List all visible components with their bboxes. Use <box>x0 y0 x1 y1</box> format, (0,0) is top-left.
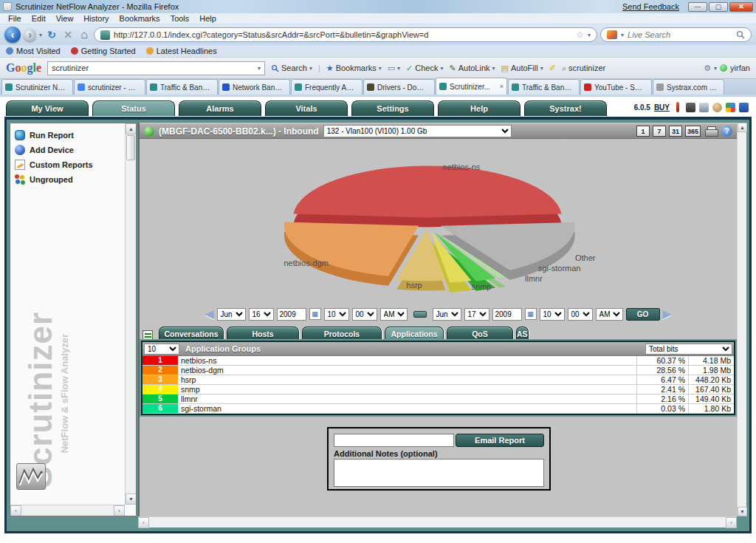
sidebar-item-add-device[interactable]: Add Device <box>10 143 136 157</box>
to-calendar-icon[interactable]: ▦ <box>525 308 537 320</box>
to-month-select[interactable]: Jun <box>433 308 461 321</box>
from-ampm-select[interactable]: AM <box>380 308 408 321</box>
menu-item[interactable]: Tools <box>165 14 195 23</box>
sidebar-vertical-scrollbar[interactable]: ▲ ▼ <box>125 123 136 505</box>
to-ampm-select[interactable]: AM <box>596 308 623 321</box>
range-button[interactable]: 365 <box>685 126 701 137</box>
to-year-input[interactable] <box>492 308 522 321</box>
menu-item[interactable]: Bookmarks <box>114 14 165 23</box>
buy-link[interactable]: BUY <box>654 103 670 112</box>
scroll-right-icon[interactable]: › <box>114 505 125 516</box>
table-row[interactable]: 1 netbios-ns 60.37 % 4.18 Mb <box>142 356 734 366</box>
forward-button[interactable]: › <box>24 29 36 41</box>
browser-tab[interactable]: Drivers - Downl... <box>363 79 435 95</box>
google-apps-icon[interactable] <box>726 103 735 112</box>
browser-tab[interactable]: Traffic & Band... <box>146 79 218 95</box>
app-tab[interactable]: Status <box>92 100 175 116</box>
app-group-name[interactable]: hsrp <box>178 375 636 384</box>
range-button[interactable]: 31 <box>669 126 682 137</box>
help-icon[interactable]: ? <box>721 126 732 137</box>
minimize-button[interactable]: — <box>688 2 707 12</box>
google-popup-blocker-button[interactable]: ▭▾ <box>388 64 400 73</box>
scroll-up-icon[interactable]: ▲ <box>738 123 747 132</box>
close-button[interactable]: ✕ <box>729 2 753 12</box>
bookmark-item[interactable]: Most Visited <box>6 47 61 55</box>
bookmark-item[interactable]: Latest Headlines <box>146 47 217 55</box>
metric-select[interactable]: Total bits <box>645 344 732 355</box>
notes-textarea[interactable] <box>334 459 544 487</box>
app-group-name[interactable]: llmnr <box>178 395 636 403</box>
to-hour-select[interactable]: 10 <box>540 308 565 321</box>
app-group-name[interactable]: netbios-dgm <box>178 366 636 375</box>
scroll-right-icon[interactable]: › <box>726 517 737 528</box>
range-button[interactable]: 1 <box>636 126 650 137</box>
report-subtab[interactable]: AS <box>516 327 529 341</box>
binoculars-icon[interactable] <box>686 103 695 112</box>
refresh-button[interactable]: ↻ <box>45 29 58 41</box>
menu-item[interactable]: Edit <box>27 14 51 23</box>
menu-item[interactable]: File <box>3 14 27 23</box>
back-button[interactable]: ‹ <box>4 27 21 43</box>
google-spellcheck-button[interactable]: ✓Check▾ <box>406 64 443 73</box>
browser-tab[interactable]: Systrax.com - T... <box>653 79 724 95</box>
stop-button[interactable]: ✕ <box>61 29 75 41</box>
app-tab[interactable]: Help <box>438 100 520 116</box>
browser-tab[interactable]: Frequently Aske... <box>291 79 362 95</box>
print-icon[interactable] <box>705 126 717 136</box>
scroll-left-icon[interactable]: ‹ <box>138 517 149 528</box>
from-day-select[interactable]: 16 <box>249 308 274 321</box>
scroll-left-icon[interactable]: ‹ <box>10 505 21 516</box>
app-tab[interactable]: Settings <box>351 100 434 116</box>
browser-tab[interactable]: Traffic & Band... <box>508 79 580 95</box>
tab-close-icon[interactable]: × <box>500 83 504 90</box>
page-size-select[interactable]: 10 <box>144 344 179 355</box>
google-query-dropdown-icon[interactable]: ▾ <box>258 65 261 72</box>
table-row[interactable]: 6 sgi-storman 0.03 % 1.80 Kb <box>142 404 734 414</box>
url-input[interactable] <box>114 30 572 39</box>
google-search-button[interactable]: Search▾ <box>271 64 312 72</box>
main-vertical-scrollbar[interactable]: ▲ ▼ <box>737 123 746 516</box>
google-custom-button[interactable]: ⌕scrutinizer <box>562 64 605 73</box>
app-tab[interactable]: My View <box>6 100 89 116</box>
table-row[interactable]: 3 hsrp 6.47 % 448.20 Kb <box>142 375 734 385</box>
app-group-name[interactable]: netbios-ns <box>178 356 636 365</box>
from-hour-select[interactable]: 10 <box>324 308 349 321</box>
report-subtab[interactable]: Protocols <box>302 327 382 341</box>
report-subtab[interactable]: QoS <box>447 327 513 341</box>
from-calendar-icon[interactable]: ▦ <box>309 308 321 320</box>
to-minute-select[interactable]: 00 <box>568 308 593 321</box>
report-subtab[interactable]: Conversations <box>159 327 224 341</box>
browser-tab[interactable]: YouTube - Scru... <box>580 79 652 95</box>
go-button[interactable]: GO <box>626 308 660 321</box>
url-bar[interactable]: ☆ ▾ <box>94 27 597 42</box>
email-report-button[interactable]: Email Report <box>456 434 544 447</box>
sidebar-item-custom-reports[interactable]: Custom Reports <box>10 157 136 172</box>
range-button[interactable]: 7 <box>653 126 666 137</box>
menu-item[interactable]: History <box>78 14 114 23</box>
table-row[interactable]: 4 snmp 2.41 % 167.40 Kb <box>142 385 734 395</box>
scroll-down-icon[interactable]: ▼ <box>738 507 747 516</box>
main-horizontal-scrollbar[interactable]: ‹ › <box>138 516 737 527</box>
to-day-select[interactable]: 17 <box>464 308 489 321</box>
live-search-input[interactable] <box>628 30 732 39</box>
scroll-down-icon[interactable]: ▼ <box>126 494 137 505</box>
search-engine-dropdown-icon[interactable]: ▾ <box>621 32 624 38</box>
send-feedback-link[interactable]: Send Feedback <box>622 2 679 11</box>
bookmark-star-icon[interactable]: ☆ <box>576 30 584 40</box>
app-tab[interactable]: Systrax! <box>524 100 607 116</box>
scroll-up-icon[interactable]: ▲ <box>126 123 137 134</box>
menu-item[interactable]: Help <box>194 14 221 23</box>
google-search-box[interactable]: scrutinizer ▾ <box>47 61 265 75</box>
report-subtab[interactable]: Applications <box>385 327 444 341</box>
live-search-box[interactable]: ▾ <box>600 27 752 42</box>
bookmark-item[interactable]: Getting Started <box>71 47 136 55</box>
prev-range-icon[interactable]: ◀ <box>205 307 214 321</box>
search-engine-icon[interactable] <box>607 30 617 39</box>
browser-tab[interactable]: Network Bandw... <box>219 79 290 95</box>
google-autofill-button[interactable]: ▤AutoFill▾ <box>501 64 543 73</box>
email-address-input[interactable] <box>334 434 454 447</box>
sync-icon[interactable] <box>739 103 749 112</box>
search-icon[interactable] <box>736 30 745 39</box>
user-icon[interactable] <box>712 103 722 112</box>
next-range-icon[interactable]: ▶ <box>663 307 672 321</box>
